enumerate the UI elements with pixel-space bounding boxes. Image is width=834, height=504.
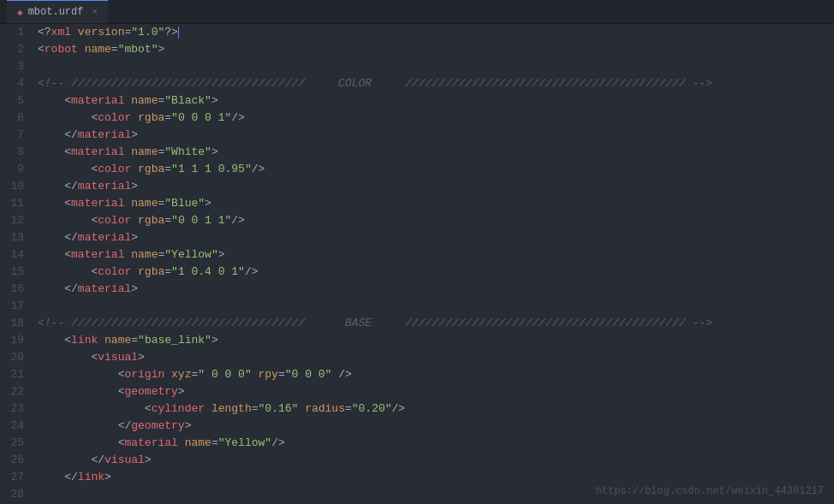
line-number: 10 <box>7 178 24 195</box>
line-numbers: 1234567891011121314151617181920212223242… <box>0 24 31 504</box>
line-number: 7 <box>7 127 24 144</box>
line-number: 17 <box>7 298 24 315</box>
line-number: 28 <box>7 486 24 503</box>
code-line <box>38 58 834 75</box>
line-number: 15 <box>7 264 24 281</box>
code-line: <color rgba="1 0.4 0 1"/> <box>38 264 834 281</box>
line-number: 3 <box>7 58 24 75</box>
line-number: 9 <box>7 161 24 178</box>
line-number: 24 <box>7 418 24 435</box>
watermark: https://blog.csdn.net/weixin_44381217 <box>596 485 824 497</box>
file-tab[interactable]: ◈ mbot.urdf × <box>7 0 108 23</box>
line-number: 18 <box>7 315 24 332</box>
line-number: 11 <box>7 195 24 212</box>
line-number: 8 <box>7 144 24 161</box>
line-number: 12 <box>7 212 24 229</box>
code-line: <cylinder length="0.16" radius="0.20"/> <box>38 400 834 418</box>
code-line: <link name="base_link"> <box>38 332 834 349</box>
line-number: 1 <box>7 24 24 41</box>
code-line: <?xml version="1.0"?> <box>38 24 834 41</box>
line-number: 25 <box>7 435 24 452</box>
line-number: 2 <box>7 41 24 58</box>
code-line: <!-- ///////////////////////////////////… <box>38 75 834 92</box>
code-line: <color rgba="0 0 0 1"/> <box>38 110 834 127</box>
title-bar: ◈ mbot.urdf × <box>0 0 834 24</box>
editor-body: 1234567891011121314151617181920212223242… <box>0 24 834 504</box>
code-line: <material name="Blue"> <box>38 195 834 212</box>
line-number: 21 <box>7 366 24 383</box>
line-number: 19 <box>7 332 24 349</box>
code-line: </material> <box>38 229 834 246</box>
code-line: <!-- ///////////////////////////////////… <box>38 315 834 332</box>
code-line: <visual> <box>38 349 834 366</box>
line-number: 13 <box>7 229 24 246</box>
line-number: 26 <box>7 452 24 469</box>
tab-close-button[interactable]: × <box>92 7 98 17</box>
code-area[interactable]: <?xml version="1.0"?><robot name="mbot">… <box>31 24 834 504</box>
line-number: 22 <box>7 383 24 400</box>
code-line: </material> <box>38 127 834 144</box>
code-line: </visual> <box>38 452 834 469</box>
code-line: <material name="White"> <box>38 144 834 161</box>
file-icon: ◈ <box>17 7 23 18</box>
line-number: 27 <box>7 469 24 486</box>
code-line: <color rgba="0 0 1 1"/> <box>38 212 834 229</box>
line-number: 6 <box>7 110 24 127</box>
code-line: </link> <box>38 469 834 486</box>
code-line: </material> <box>38 178 834 195</box>
tab-filename: mbot.urdf <box>28 6 84 18</box>
code-line: </material> <box>38 281 834 298</box>
line-number: 5 <box>7 92 24 110</box>
code-line: <color rgba="1 1 1 0.95"/> <box>38 161 834 178</box>
line-number: 16 <box>7 281 24 298</box>
code-line: <material name="Black"> <box>38 92 834 110</box>
code-line: </geometry> <box>38 418 834 435</box>
code-line: <robot name="mbot"> <box>38 41 834 58</box>
code-line: <origin xyz=" 0 0 0" rpy="0 0 0" /> <box>38 366 834 383</box>
code-line: <material name="Yellow"/> <box>38 435 834 452</box>
line-number: 14 <box>7 246 24 264</box>
line-number: 4 <box>7 75 24 92</box>
line-number: 23 <box>7 400 24 418</box>
line-number: 20 <box>7 349 24 366</box>
code-line <box>38 298 834 315</box>
code-line: <material name="Yellow"> <box>38 246 834 264</box>
code-line: <geometry> <box>38 383 834 400</box>
